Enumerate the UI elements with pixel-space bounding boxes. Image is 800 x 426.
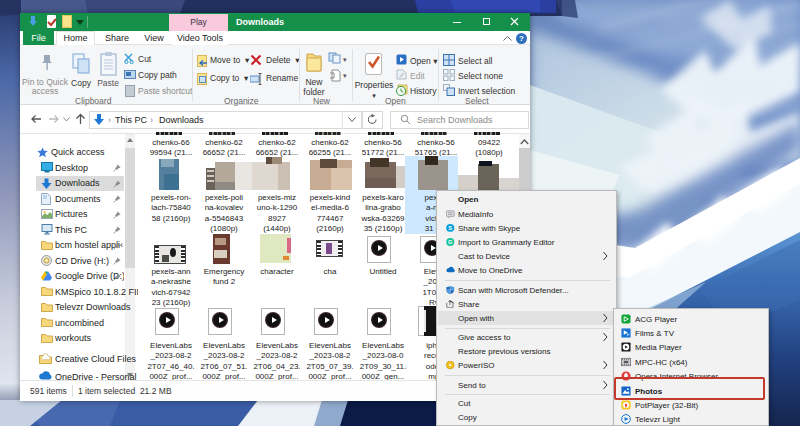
svg-text:S: S (448, 225, 452, 231)
svg-text:G: G (448, 239, 453, 245)
